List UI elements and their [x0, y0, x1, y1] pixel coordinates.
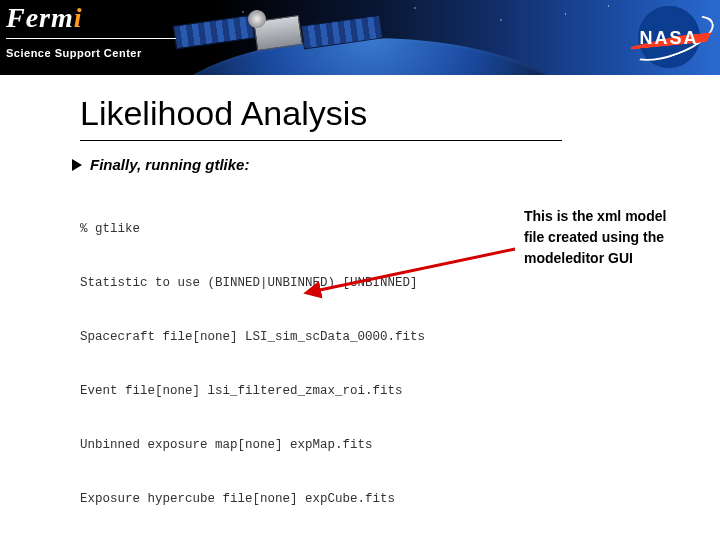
nasa-text: NASA	[628, 28, 710, 49]
callout-line: This is the xml model	[524, 206, 709, 226]
header-banner: Fermi Science Support Center NASA	[0, 0, 720, 75]
term-line: Spacecraft file[none] LSI_sim_scData_000…	[80, 328, 556, 346]
term-line: % gtlike	[80, 220, 556, 238]
callout-line: file created using the	[524, 227, 709, 247]
term-line: Statistic to use (BINNED|UNBINNED) [UNBI…	[80, 274, 556, 292]
fermi-subtitle: Science Support Center	[6, 47, 142, 59]
slide-title: Likelihood Analysis	[80, 94, 367, 133]
callout-text: This is the xml model file created using…	[524, 206, 709, 269]
bullet-row: Finally, running gtlike:	[72, 156, 249, 173]
bullet-text: Finally, running gtlike:	[90, 156, 249, 173]
bullet-arrow-icon	[72, 159, 82, 171]
term-line: Event file[none] lsi_filtered_zmax_roi.f…	[80, 382, 556, 400]
term-line: Exposure hypercube file[none] expCube.fi…	[80, 490, 556, 508]
terminal-output: % gtlike Statistic to use (BINNED|UNBINN…	[80, 184, 556, 540]
fermi-logo: Fermi Science Support Center	[6, 2, 136, 61]
fermi-spacecraft-graphic	[170, 6, 400, 58]
term-line: Unbinned exposure map[none] expMap.fits	[80, 436, 556, 454]
fermi-logo-text: Fermi	[6, 2, 136, 34]
nasa-logo: NASA	[628, 6, 710, 68]
callout-line: modeleditor GUI	[524, 248, 709, 268]
title-underline	[80, 140, 562, 141]
